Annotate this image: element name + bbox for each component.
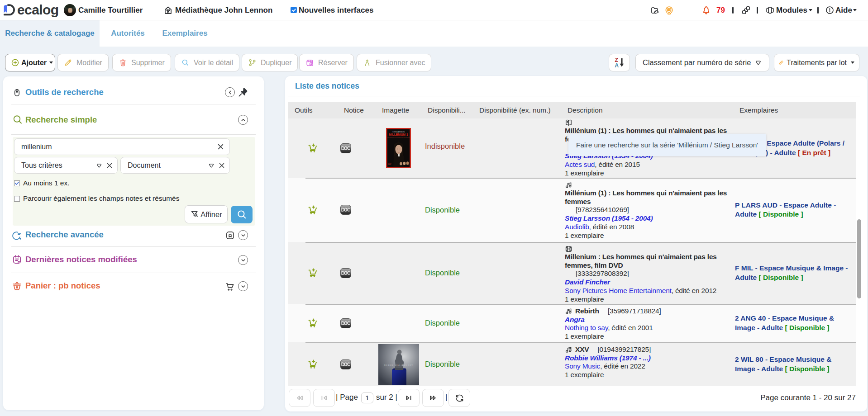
library-name[interactable]: Médiathèque John Lennon xyxy=(175,6,272,15)
previous-page-button[interactable] xyxy=(313,389,335,407)
clear-doctype-icon[interactable] xyxy=(219,162,225,169)
record-exemplaires[interactable]: 2 WIL 80 - Espace Musique & Image - Adul… xyxy=(731,342,856,386)
refine-button[interactable]: Affiner xyxy=(185,205,228,223)
record-author[interactable]: Stieg Larsson (1954 - 2004) xyxy=(565,214,728,223)
record-publisher[interactable]: Actes sud xyxy=(565,161,595,168)
doc-badge[interactable] xyxy=(340,268,351,278)
folder-cloud-icon[interactable] xyxy=(650,6,659,15)
include-notes-option[interactable]: Parcourir également les champs notes et … xyxy=(14,194,179,203)
clear-criteria-icon[interactable] xyxy=(106,162,113,169)
record-title[interactable]: XXV xyxy=(575,345,589,354)
decalog-logo[interactable]: ecalog xyxy=(4,2,58,18)
advanced-search-title[interactable]: Recherche avancée xyxy=(25,230,104,240)
refresh-button[interactable] xyxy=(448,389,470,407)
page-number-input[interactable]: 1 xyxy=(361,392,373,403)
collapse-panel-button[interactable] xyxy=(225,87,235,97)
help-icon[interactable] xyxy=(825,5,835,15)
doc-badge[interactable] xyxy=(340,359,351,369)
add-to-basket-icon[interactable] xyxy=(308,143,318,153)
record-publisher[interactable]: Sony Pictures Home Entertainment xyxy=(565,287,672,294)
simple-search-title[interactable]: Recherche simple xyxy=(25,115,97,125)
doctype-select[interactable]: Document xyxy=(120,157,230,174)
record-exemplaires[interactable]: F MIL - Espace Musique & Image - Adulte … xyxy=(731,242,856,304)
new-interfaces-checkbox[interactable] xyxy=(291,7,297,13)
search-input[interactable]: millenium xyxy=(14,138,230,155)
record-row-4[interactable]: Disponible Rebirth [3596971718824] Angra… xyxy=(288,304,856,342)
user-avatar[interactable] xyxy=(64,4,76,16)
add-to-basket-icon[interactable] xyxy=(308,268,318,278)
first-page-button[interactable] xyxy=(289,389,310,407)
recent-records-title[interactable]: Dernières notices modifiées xyxy=(25,255,137,265)
user-name[interactable]: Camille Tourtillier xyxy=(78,6,143,15)
expand-advanced-search-button[interactable] xyxy=(238,230,248,240)
duplicate-button[interactable]: Dupliquer xyxy=(242,54,298,71)
modules-menu[interactable]: Modules xyxy=(776,6,807,15)
record-row-3[interactable]: Disponible Millenium : Les hommes qui n'… xyxy=(288,242,856,304)
record-title[interactable]: Millénium (1) : Les hommes qui n'aimaien… xyxy=(565,189,728,206)
basket-title[interactable]: Panier : pb notices xyxy=(25,281,100,291)
doc-badge[interactable] xyxy=(340,205,351,215)
sort-order-select[interactable]: Classement par numéro de série xyxy=(635,54,769,71)
pin-icon[interactable] xyxy=(238,87,248,98)
album-cover-xxv[interactable]: ROBBIE WILLIAMS XXV xyxy=(378,344,419,385)
column-header-disponibilite-ex-num[interactable]: Disponibilité (ex. num.) xyxy=(473,106,561,114)
record-title[interactable]: Rebirth xyxy=(575,307,599,316)
reserve-button[interactable]: Réserver xyxy=(299,54,354,71)
view-detail-button[interactable]: Voir le détail xyxy=(175,54,239,71)
checkbox-checked-icon[interactable] xyxy=(14,180,20,186)
record-author[interactable]: David Fincher xyxy=(565,278,728,287)
batch-button[interactable]: Traitements par lot xyxy=(774,54,859,71)
min-one-copy-option[interactable]: Au moins 1 ex. xyxy=(14,179,70,187)
search-submit-button[interactable] xyxy=(231,206,253,223)
column-header-disponibilite[interactable]: Disponibili... xyxy=(421,106,473,114)
sort-button[interactable]: Z A xyxy=(609,54,630,71)
expand-recent-records-button[interactable] xyxy=(238,255,248,265)
add-to-basket-icon[interactable] xyxy=(308,318,318,328)
merge-button[interactable]: Fusionner avec xyxy=(357,54,431,71)
notification-count[interactable]: 79 xyxy=(716,6,725,15)
tab-recherche-catalogage[interactable]: Recherche & catalogage xyxy=(0,20,100,47)
next-page-button[interactable] xyxy=(398,389,420,407)
record-row-5[interactable]: ROBBIE WILLIAMS XXV Disponible XXV [0194… xyxy=(288,342,856,386)
bookmark-box-icon[interactable] xyxy=(225,230,235,241)
modify-button[interactable]: Modifier xyxy=(57,54,109,71)
record-description[interactable]: Millénium (1) : Les hommes qui n'aimaien… xyxy=(561,178,731,242)
record-exemplaires[interactable]: P LARS AUD - Espace Adulte - Adulte [ Di… xyxy=(731,178,856,242)
new-interfaces-label[interactable]: Nouvelles interfaces xyxy=(299,6,373,15)
record-description[interactable]: XXV [0194399217825] Robbie Williams (197… xyxy=(561,342,731,386)
book-cover-millenium[interactable]: STIEG LARSSON MILLÉNIUM 1 Les hommes qui… xyxy=(386,128,411,168)
record-row-2[interactable]: Disponible Millénium (1) : Les hommes qu… xyxy=(288,178,856,242)
criteria-select[interactable]: Tous critères xyxy=(14,157,118,174)
column-header-notice[interactable]: Notice xyxy=(338,106,376,114)
column-header-exemplaires[interactable]: Exemplaires xyxy=(731,106,856,114)
clear-search-icon[interactable] xyxy=(217,143,224,150)
column-header-imagette[interactable]: Imagette xyxy=(376,106,421,114)
cart-icon[interactable] xyxy=(224,281,235,292)
notifications-bell-icon[interactable] xyxy=(701,5,711,15)
doc-badge[interactable] xyxy=(340,318,351,328)
record-exemplaires[interactable]: 2 ANG 40 - Espace Musique & Image - Adul… xyxy=(731,304,856,342)
last-page-button[interactable] xyxy=(422,389,444,407)
collapse-simple-search-button[interactable] xyxy=(238,115,248,125)
record-title[interactable]: Millenium : Les hommes qui n'aimaient pa… xyxy=(565,253,728,269)
stack-icon[interactable] xyxy=(741,5,751,15)
record-publisher[interactable]: Nothing to say xyxy=(565,324,608,331)
record-publisher[interactable]: Audiolib xyxy=(565,223,589,231)
add-button[interactable]: Ajouter xyxy=(5,54,55,71)
live-user-icon[interactable] xyxy=(664,5,674,15)
record-description[interactable]: Rebirth [3596971718824] Angra Nothing to… xyxy=(561,304,731,342)
record-author[interactable]: Robbie Williams (1974 - ...) xyxy=(565,354,728,363)
doc-badge[interactable] xyxy=(340,143,351,153)
record-description[interactable]: Millenium : Les hommes qui n'aimaient pa… xyxy=(561,242,731,304)
checkbox-unchecked-icon[interactable] xyxy=(14,196,20,202)
help-menu[interactable]: Aide xyxy=(835,6,852,15)
add-to-basket-icon[interactable] xyxy=(308,359,318,369)
add-to-basket-icon[interactable] xyxy=(308,205,318,215)
tab-autorites[interactable]: Autorités xyxy=(100,20,156,47)
record-author[interactable]: Angra xyxy=(565,316,728,324)
expand-basket-button[interactable] xyxy=(238,281,248,291)
column-header-outils[interactable]: Outils xyxy=(288,106,338,114)
delete-button[interactable]: Supprimer xyxy=(112,54,171,71)
record-publisher[interactable]: Sony Music xyxy=(565,362,600,370)
column-header-description[interactable]: Description xyxy=(561,106,731,114)
